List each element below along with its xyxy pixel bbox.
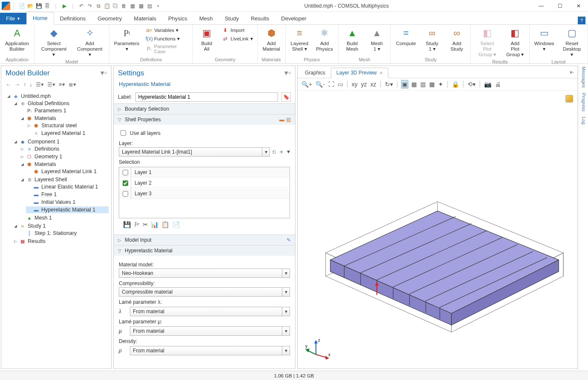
print-icon[interactable]: 🖨 [494, 80, 501, 88]
label-input[interactable] [135, 92, 278, 102]
label-edit-button[interactable]: 🔖 [281, 92, 291, 102]
select-box-icon[interactable]: ▣ [401, 80, 408, 89]
view-yz-icon[interactable]: yz [361, 80, 367, 88]
zoom-in-icon[interactable]: 🔍+ [301, 80, 313, 88]
copy-icon[interactable]: ⧉ [95, 3, 102, 9]
tab-mesh[interactable]: Mesh [193, 13, 219, 24]
graphics-canvas[interactable]: z x y [298, 91, 577, 369]
tab-geometry[interactable]: Geometry [92, 13, 128, 24]
expand-icon[interactable]: ☰▾ [46, 81, 56, 88]
layer3-checkbox[interactable] [123, 191, 128, 197]
select-component-button[interactable]: ◆Select Component ▾ [38, 26, 69, 58]
tab-layer-3d-preview[interactable]: Layer 3D Preview✕ [331, 68, 388, 78]
use-all-layers-checkbox[interactable]: Use all layers [119, 128, 290, 138]
view-xz-icon[interactable]: xz [370, 80, 377, 88]
density-dropdown[interactable]: From material▾ [130, 346, 290, 355]
layer2-checkbox[interactable] [123, 180, 128, 186]
lame-lambda-dropdown[interactable]: From material▾ [130, 307, 290, 316]
add-physics-button[interactable]: ⚛Add Physics [314, 26, 335, 53]
sort-icon[interactable]: ≣▾ [68, 81, 77, 88]
delete-icon[interactable]: 🗑 [120, 3, 127, 9]
goto-icon[interactable]: ⎌ [272, 148, 276, 156]
duplicate-icon[interactable]: ⿻ [112, 3, 119, 9]
file-menu-button[interactable]: File▼ [0, 13, 26, 24]
layer-selection-list[interactable]: Layer 1 Layer 2 Layer 3 [119, 167, 290, 218]
material-model-dropdown[interactable]: Neo-Hookean▾ [119, 269, 290, 278]
flag-icon[interactable]: 🏳 [134, 221, 140, 229]
livelink-button[interactable]: ⇄LiveLink ▾ [221, 35, 253, 43]
copy-sel-icon[interactable]: 📋 [161, 221, 169, 229]
tab-materials[interactable]: Materials [128, 13, 162, 24]
section-shell-properties[interactable]: ▽Shell Properties ▬▤ [114, 114, 295, 125]
tab-physics[interactable]: Physics [162, 13, 193, 24]
screenshot-icon[interactable]: ▦ [129, 3, 136, 9]
parameters-button[interactable]: PiParameters▾ [113, 26, 141, 53]
new-icon[interactable]: 📄 [18, 3, 25, 9]
nav-back-icon[interactable]: ← [5, 81, 12, 88]
scene-light-icon[interactable] [565, 95, 573, 103]
nav-up-icon[interactable]: ↑ [23, 81, 27, 88]
tab-graphics[interactable]: Graphics [299, 68, 331, 78]
add-icon[interactable]: ＋ [278, 148, 284, 156]
minimize-button[interactable]: — [532, 0, 551, 12]
build-all-button[interactable]: ▣Build All [196, 26, 217, 53]
panel-menu-icon[interactable]: ▾▫ [100, 69, 107, 77]
add-plot-group-button[interactable]: ◧Add Plot Group ▾ [505, 26, 526, 58]
rotate-icon[interactable]: ↻▾ [384, 80, 393, 88]
graphics-menu-icon[interactable]: ▾▫ [568, 68, 576, 78]
tab-developer[interactable]: Developer [275, 13, 312, 24]
build-mesh-button[interactable]: ▲Build Mesh [342, 26, 362, 53]
tab-log[interactable]: Log [581, 117, 586, 124]
filter-icon[interactable]: ≡▾ [58, 81, 66, 88]
application-builder-button[interactable]: AApplication Builder [3, 26, 31, 53]
target-icon[interactable]: ⟲▾ [467, 80, 476, 88]
capture-icon[interactable]: ▩ [138, 3, 144, 9]
reset-desktop-button[interactable]: ▢Reset Desktop ▾ [560, 26, 584, 58]
more-icon[interactable]: ▾ [287, 148, 290, 156]
paste-sel-icon[interactable]: 📄 [172, 221, 180, 229]
collapse-icon[interactable]: ☰▾ [35, 81, 45, 88]
windows-button[interactable]: ▭Windows▾ [533, 26, 556, 53]
functions-button[interactable]: f(x)Functions ▾ [145, 35, 189, 43]
add-component-button[interactable]: ✧Add Component ▾ [74, 26, 106, 58]
stack-icon[interactable]: ▤ [286, 117, 291, 123]
paste-icon[interactable]: 📋 [103, 3, 110, 9]
lock-icon[interactable]: 🔒 [451, 80, 459, 88]
edit-model-input-icon[interactable]: ✎ [287, 237, 291, 243]
save-icon[interactable]: 💾 [35, 3, 42, 9]
save-as-icon[interactable]: 🗄 [44, 3, 51, 9]
explode-icon[interactable]: ✦ [438, 80, 444, 88]
run-icon[interactable]: ▶ [61, 3, 68, 9]
report-icon[interactable]: ▤ [146, 3, 153, 9]
open-icon[interactable]: 📂 [27, 3, 34, 9]
layered-shell-button[interactable]: ≡Layered Shell ▾ [289, 26, 310, 53]
compute-button[interactable]: =Compute [394, 26, 418, 47]
grid-icon[interactable]: ▦ [411, 80, 417, 88]
import-button[interactable]: ⬇Import [221, 26, 253, 34]
save-sel-icon[interactable]: 💾 [123, 221, 131, 229]
variables-button[interactable]: a=Variables ▾ [145, 26, 189, 34]
section-hyperelastic-material[interactable]: ▽Hyperelastic Material [114, 246, 295, 256]
maximize-button[interactable]: ☐ [551, 0, 569, 12]
study-1-button[interactable]: ∞Study 1 ▾ [422, 26, 442, 53]
undo-icon[interactable]: ↶ [78, 3, 85, 9]
parameter-case-button[interactable]: PᵢParameter Case [145, 43, 189, 54]
zoom-out-icon[interactable]: 🔍- [315, 80, 325, 88]
shade-icon[interactable]: ▩ [429, 80, 435, 88]
section-model-input[interactable]: ▷Model Input✎ [114, 235, 295, 245]
compressibility-dropdown[interactable]: Compressible material▾ [119, 287, 290, 297]
add-study-button[interactable]: ∞Add Study [447, 26, 467, 53]
tab-definitions[interactable]: Definitions [54, 13, 92, 24]
settings-menu-icon[interactable]: ▾▫ [284, 69, 291, 77]
help-button[interactable]: ? [578, 17, 585, 24]
view-xy-icon[interactable]: xy [351, 80, 358, 88]
add-material-button[interactable]: ⬢Add Material [261, 26, 282, 53]
close-button[interactable]: ✕ [569, 0, 588, 12]
lame-mu-dropdown[interactable]: From material▾ [130, 326, 290, 336]
layer1-checkbox[interactable] [123, 170, 128, 175]
plot-icon[interactable]: 📊 [151, 221, 159, 229]
nav-down-icon[interactable]: ↓ [29, 81, 34, 88]
wire-icon[interactable]: ▥ [420, 80, 426, 88]
model-tree[interactable]: ◢◈Untitled.mph ◢⊕Global Definitions PᵢPa… [1, 91, 111, 369]
layers-icon[interactable]: ▬ [279, 117, 284, 123]
